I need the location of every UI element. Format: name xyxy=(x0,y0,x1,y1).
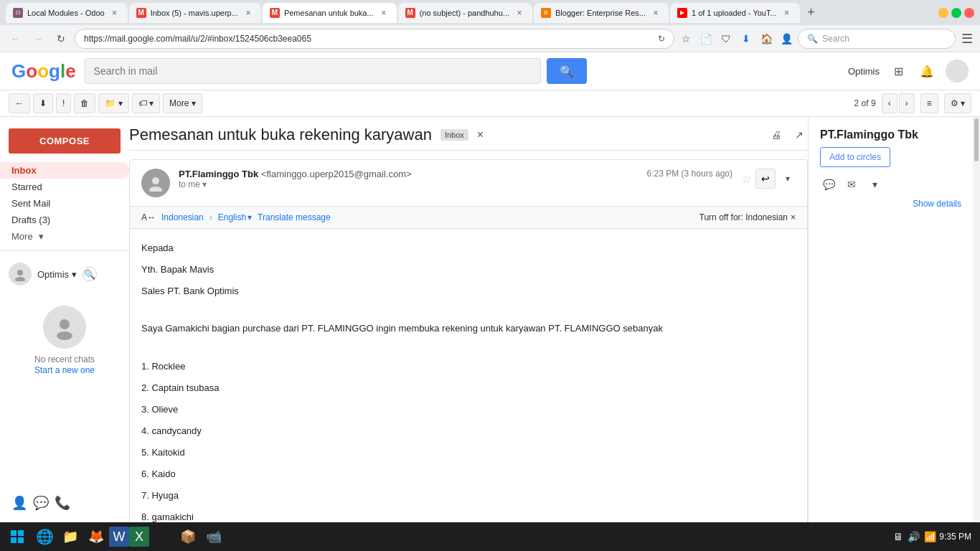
sidebar-item-starred[interactable]: Starred xyxy=(0,179,129,195)
network-icon[interactable]: 🖥 xyxy=(893,531,903,542)
tab-close-gmail3[interactable]: × xyxy=(514,7,525,19)
labels-button[interactable]: 🏷 ▾ xyxy=(132,93,160,113)
close-translate-icon[interactable]: × xyxy=(791,212,796,222)
prev-page-button[interactable]: ‹ xyxy=(882,93,897,113)
translate-message-link[interactable]: Translate message xyxy=(258,212,331,222)
browser-search-bar[interactable]: 🔍 Search xyxy=(798,29,956,49)
scrollbar-thumb[interactable] xyxy=(974,118,979,161)
show-details-link[interactable]: Show details xyxy=(820,199,961,209)
new-tab-button[interactable]: + xyxy=(801,3,821,23)
close-button[interactable] xyxy=(964,8,974,18)
menu-icon[interactable]: ☰ xyxy=(960,32,974,46)
optimis-label[interactable]: Optimis ▾ xyxy=(37,269,77,280)
back-button[interactable]: ← xyxy=(6,29,24,48)
taskbar-paint-icon[interactable]: 🖌 xyxy=(149,524,175,550)
taskbar-winrar-icon[interactable]: 📦 xyxy=(175,524,201,550)
apps-icon[interactable]: ⊞ xyxy=(888,61,908,81)
signal-icon[interactable]: 📶 xyxy=(924,531,936,542)
taskbar-firefox-icon[interactable]: 🦊 xyxy=(83,524,109,550)
email-contact-icon[interactable]: ✉ xyxy=(843,176,860,193)
add-to-circles-button[interactable]: Add to circles xyxy=(820,147,890,167)
maximize-button[interactable] xyxy=(951,8,961,18)
more-actions-button[interactable]: More ▾ xyxy=(163,93,202,113)
header-username: Optimis xyxy=(848,66,880,77)
settings-button[interactable]: ⚙ ▾ xyxy=(944,93,971,113)
tab-close-blogger[interactable]: × xyxy=(650,7,661,19)
starred-label: Starred xyxy=(11,182,121,192)
delete-button[interactable]: 🗑 xyxy=(74,93,95,113)
external-link-icon[interactable]: ↗ xyxy=(791,126,808,143)
tab-blogger[interactable]: B Blogger: Enterprise Res... × xyxy=(534,3,669,23)
profile-icon[interactable]: 👤 xyxy=(779,32,793,46)
gmail-search-button[interactable]: 🔍 xyxy=(547,58,587,84)
translate-to-lang[interactable]: English ▾ xyxy=(218,212,252,222)
logo-g2: g xyxy=(49,60,60,82)
reload-button[interactable]: ↻ xyxy=(52,29,70,48)
optimis-label-section: Optimis ▾ 🔍 xyxy=(0,257,129,291)
phone-icon[interactable]: 📞 xyxy=(55,495,70,511)
download-icon[interactable]: ⬇ xyxy=(739,32,753,46)
back-to-inbox-button[interactable]: ← xyxy=(9,93,30,113)
speaker-icon[interactable]: 🔊 xyxy=(908,531,920,542)
tab-youtube[interactable]: ▶ 1 of 1 uploaded - YouT... × xyxy=(670,3,800,23)
minimize-button[interactable] xyxy=(938,8,948,18)
taskbar-word-icon[interactable]: W xyxy=(109,527,129,547)
more-contact-icon[interactable]: ▾ xyxy=(866,176,883,193)
user-avatar[interactable] xyxy=(946,60,969,83)
tab-odoo[interactable]: O Local Modules - Odoo × xyxy=(6,3,128,23)
sidebar-item-inbox[interactable]: Inbox xyxy=(0,162,129,179)
move-to-button[interactable]: 📁 ▾ xyxy=(98,93,128,113)
view-toggle-button[interactable]: ≡ xyxy=(920,93,938,113)
close-subject-icon[interactable]: × xyxy=(477,128,484,141)
tab-close-gmail2[interactable]: × xyxy=(378,7,390,19)
tab-close-youtube[interactable]: × xyxy=(781,7,793,19)
next-page-button[interactable]: › xyxy=(899,93,915,113)
notifications-icon[interactable]: 🔔 xyxy=(917,61,937,81)
body-list-1: 1. Rocklee xyxy=(141,359,796,375)
taskbar-ie-icon[interactable]: 🌐 xyxy=(32,524,57,550)
turn-off-translate[interactable]: Turn off for: Indonesian × xyxy=(699,212,796,222)
print-icon[interactable]: 🖨 xyxy=(768,126,785,143)
svg-point-4 xyxy=(152,177,159,184)
report-spam-button[interactable]: ! xyxy=(56,93,71,113)
search-contacts-icon[interactable]: 🔍 xyxy=(83,267,97,281)
sidebar-item-drafts[interactable]: Drafts (3) xyxy=(0,212,129,228)
taskbar-excel-icon[interactable]: X xyxy=(129,527,149,547)
translate-from-lang[interactable]: Indonesian xyxy=(161,212,204,222)
start-chat-link[interactable]: Start a new one xyxy=(34,365,95,375)
person-bottom-icon[interactable]: 👤 xyxy=(11,495,27,511)
home-icon[interactable]: 🏠 xyxy=(759,32,773,46)
compose-button[interactable]: COMPOSE xyxy=(9,128,121,154)
reply-button[interactable]: ↩ xyxy=(755,169,776,189)
reader-icon[interactable]: 📄 xyxy=(699,32,713,46)
chat-icon[interactable]: 💬 xyxy=(33,495,49,511)
sidebar-item-sent[interactable]: Sent Mail xyxy=(0,195,129,212)
tab-close-odoo[interactable]: × xyxy=(109,7,121,19)
tab-gmail-active[interactable]: M Pemesanan untuk buka... × xyxy=(263,3,397,23)
taskbar-skype-icon[interactable]: 📹 xyxy=(201,524,227,550)
scrollbar-track[interactable] xyxy=(973,117,980,551)
tab-favicon-gmail1: M xyxy=(136,8,146,18)
tab-title-odoo: Local Modules - Odoo xyxy=(27,9,105,17)
sidebar-more-button[interactable]: More ▾ xyxy=(0,228,129,245)
bookmark-icon[interactable]: ☆ xyxy=(679,32,693,46)
forward-button[interactable]: → xyxy=(29,29,47,48)
tab-close-gmail1[interactable]: × xyxy=(242,7,254,19)
sender-to[interactable]: to me ▾ xyxy=(179,179,639,189)
chevron-lang-icon: ▾ xyxy=(248,212,252,222)
body-list-6: 6. Kaido xyxy=(141,466,796,482)
start-button[interactable] xyxy=(3,522,32,551)
chat-contact-icon[interactable]: 💬 xyxy=(820,176,837,193)
star-button[interactable]: ☆ xyxy=(741,172,751,186)
message-more-button[interactable]: ▾ xyxy=(780,171,796,187)
address-bar[interactable]: https://mail.google.com/mail/u/2/#inbox/… xyxy=(75,29,674,49)
email-message-header: PT.Flaminggo Tbk <flaminggo.uperp2015@gm… xyxy=(130,160,807,206)
gmail-search-input[interactable] xyxy=(85,58,541,84)
archive-button[interactable]: ⬇ xyxy=(33,93,53,113)
body-list-4: 4. candycandy xyxy=(141,423,796,439)
tab-gmail-nosubject[interactable]: M (no subject) - pandhuhu... × xyxy=(398,3,532,23)
shield-icon[interactable]: 🛡 xyxy=(719,32,733,46)
sidebar: COMPOSE Inbox Starred Sent Mail Drafts (… xyxy=(0,117,129,551)
taskbar-folder-icon[interactable]: 📁 xyxy=(57,524,83,550)
tab-gmail-inbox[interactable]: M Inbox (5) - mavis.uperp... × xyxy=(129,3,261,23)
